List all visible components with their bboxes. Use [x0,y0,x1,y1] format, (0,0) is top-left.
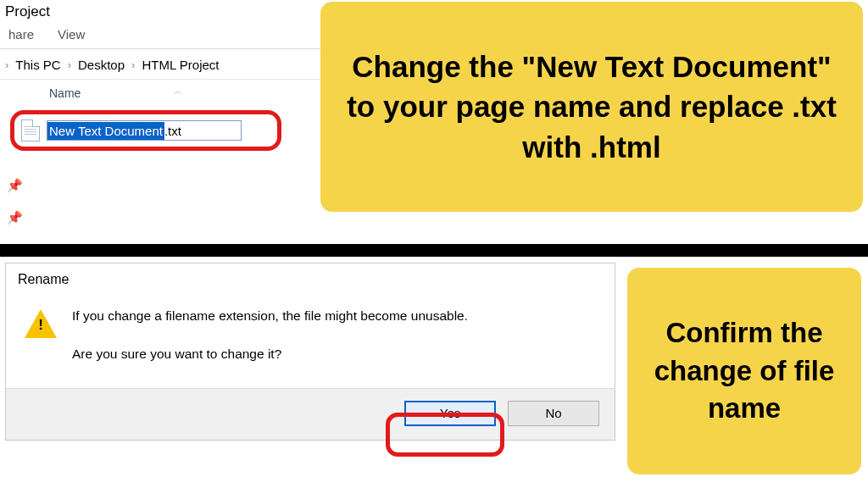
filename-selected-text: New Text Document [47,122,164,140]
highlight-ring: New Text Document .txt [10,110,281,151]
chevron-right-icon: › [68,58,71,71]
file-explorer-window: Project hare View › This PC › Desktop › … [0,0,322,241]
dialog-question: Are you sure you want to change it? [72,344,468,363]
annotation-instruction-bottom: Confirm the change of file name [627,268,861,474]
pin-icon: 📌 [7,210,23,225]
rename-dialog: Rename If you change a filename extensio… [5,263,615,441]
text-file-icon [21,119,40,141]
sort-caret-icon: ︿ [174,86,182,97]
dialog-title: Rename [6,263,615,291]
window-title: Project [0,0,322,25]
section-divider [0,244,868,257]
annotation-instruction-top: Change the "New Text Document" to your p… [320,2,863,212]
quick-access-pins: 📌 📌 [7,178,23,225]
column-header-row: Name ︿ [0,80,322,105]
chevron-right-icon: › [5,58,8,71]
chevron-right-icon: › [131,58,135,71]
yes-button[interactable]: Yes [404,401,496,426]
dialog-message: If you change a filename extension, the … [72,306,468,325]
breadcrumb-item[interactable]: HTML Project [142,58,219,72]
ribbon-tabs: hare View [0,25,322,49]
breadcrumb-item[interactable]: Desktop [78,58,125,72]
warning-icon [25,309,57,338]
ribbon-tab-share[interactable]: hare [8,27,34,42]
ribbon-tab-view[interactable]: View [58,27,85,42]
breadcrumb-item[interactable]: This PC [15,58,60,72]
filename-extension: .txt [164,122,183,140]
column-header-name[interactable]: Name [49,86,81,100]
no-button[interactable]: No [508,401,599,426]
dialog-button-row: Yes No [6,388,615,440]
breadcrumb: › This PC › Desktop › HTML Project [0,49,322,80]
filename-edit-input[interactable]: New Text Document .txt [47,120,242,141]
file-row: New Text Document .txt [10,110,281,151]
dialog-text: If you change a filename extension, the … [72,306,468,383]
pin-icon: 📌 [7,178,23,193]
